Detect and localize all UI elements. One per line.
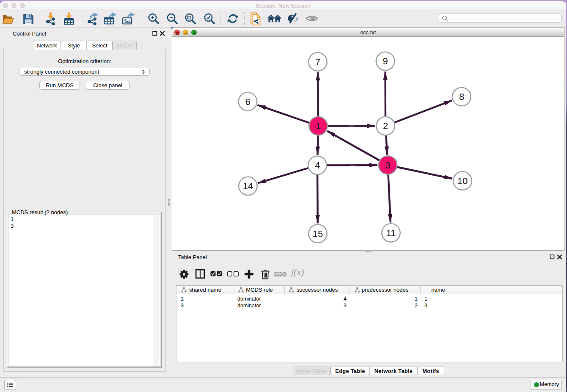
svg-text:11: 11 [386, 228, 396, 238]
svg-text:15: 15 [313, 229, 323, 239]
svg-text:1: 1 [316, 121, 321, 131]
svg-text:8: 8 [459, 91, 464, 102]
svg-text:6: 6 [245, 97, 250, 107]
svg-text:2: 2 [383, 121, 388, 131]
svg-text:14: 14 [243, 181, 253, 191]
svg-text:10: 10 [457, 176, 468, 186]
svg-text:9: 9 [383, 56, 388, 66]
svg-text:3: 3 [385, 160, 390, 171]
svg-text:4: 4 [315, 160, 320, 171]
svg-text:7: 7 [315, 57, 320, 67]
